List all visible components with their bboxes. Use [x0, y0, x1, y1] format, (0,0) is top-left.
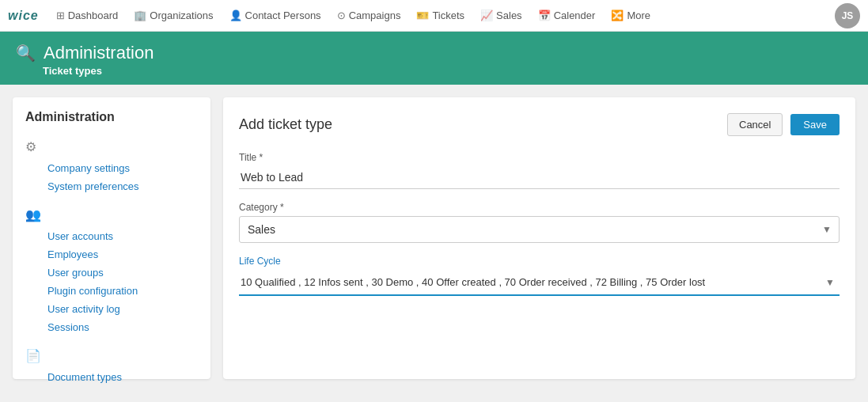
contact-persons-icon: 👤 [229, 9, 242, 21]
title-label: Title * [239, 152, 840, 163]
title-input[interactable] [239, 166, 840, 189]
sidebar-item-categories-and-tags[interactable]: Categories and tags [13, 386, 210, 392]
title-field-group: Title * [239, 152, 840, 189]
nav-calender[interactable]: 📅 Calender [532, 6, 602, 25]
sidebar-item-document-types[interactable]: Document types [13, 368, 210, 386]
nav-more-label: More [627, 9, 650, 21]
nav-organizations-label: Organizations [150, 9, 213, 21]
nav-campaigns[interactable]: ⊙ Campaigns [331, 6, 407, 25]
users-icon: 👥 [25, 207, 41, 222]
page-header: 🔍 Administration Ticket types [0, 32, 868, 85]
sidebar-item-user-accounts[interactable]: User accounts [13, 227, 210, 245]
lifecycle-field-group: Life Cycle 10 Qualified , 12 Infos sent … [239, 256, 840, 296]
sidebar-item-user-activity-log[interactable]: User activity log [13, 300, 210, 318]
sidebar-item-user-groups[interactable]: User groups [13, 264, 210, 282]
administration-icon: 🔍 [16, 44, 36, 63]
organizations-icon: 🏢 [134, 9, 146, 21]
calender-icon: 📅 [538, 9, 551, 21]
more-icon: 🔀 [611, 9, 624, 21]
settings-icon: ⚙ [25, 139, 40, 154]
dashboard-icon: ⊞ [56, 9, 65, 21]
category-select-wrapper: Sales Support Marketing Development ▼ [239, 216, 840, 243]
nav-tickets[interactable]: 🎫 Tickets [410, 6, 471, 25]
sidebar-item-company-settings[interactable]: Company settings [13, 159, 210, 177]
nav-organizations[interactable]: 🏢 Organizations [127, 6, 219, 25]
sidebar-item-plugin-configuration[interactable]: Plugin configuration [13, 282, 210, 300]
save-button[interactable]: Save [790, 114, 840, 135]
document-icon: 📄 [25, 348, 41, 363]
lifecycle-select-wrapper: 10 Qualified , 12 Infos sent , 30 Demo ,… [239, 270, 840, 296]
content-area: Add ticket type Cancel Save Title * Cate… [223, 97, 855, 379]
nav-dashboard-label: Dashboard [68, 9, 119, 21]
sales-icon: 📈 [480, 9, 493, 21]
nav-sales-label: Sales [496, 9, 522, 21]
content-header: Add ticket type Cancel Save [239, 113, 840, 136]
app-logo[interactable]: wice [8, 9, 39, 23]
sidebar: Administration ⚙ Company settings System… [13, 97, 210, 379]
nav-contact-persons[interactable]: 👤 Contact Persons [223, 6, 328, 25]
form-title: Add ticket type [239, 116, 332, 133]
campaigns-icon: ⊙ [337, 9, 346, 21]
sidebar-item-employees[interactable]: Employees [13, 245, 210, 264]
sidebar-section-settings: ⚙ Company settings System preferences [13, 134, 210, 195]
category-label: Category * [239, 202, 840, 213]
tickets-icon: 🎫 [416, 9, 429, 21]
nav-contact-persons-label: Contact Persons [245, 9, 321, 21]
sidebar-item-sessions[interactable]: Sessions [13, 318, 210, 336]
lifecycle-select[interactable]: 10 Qualified , 12 Infos sent , 30 Demo ,… [239, 270, 840, 294]
nav-tickets-label: Tickets [432, 9, 464, 21]
lifecycle-label: Life Cycle [239, 256, 840, 267]
top-navigation: wice ⊞ Dashboard 🏢 Organizations 👤 Conta… [0, 0, 868, 32]
main-layout: Administration ⚙ Company settings System… [0, 85, 868, 392]
nav-more[interactable]: 🔀 More [605, 6, 657, 25]
user-avatar[interactable]: JS [835, 3, 860, 28]
nav-sales[interactable]: 📈 Sales [474, 6, 529, 25]
nav-dashboard[interactable]: ⊞ Dashboard [50, 6, 125, 25]
form-actions: Cancel Save [727, 113, 840, 136]
cancel-button[interactable]: Cancel [727, 113, 783, 136]
nav-campaigns-label: Campaigns [349, 9, 401, 21]
page-title: Administration [44, 43, 154, 63]
category-select[interactable]: Sales Support Marketing Development [239, 216, 840, 243]
sidebar-item-system-preferences[interactable]: System preferences [13, 177, 210, 195]
sidebar-title: Administration [13, 110, 210, 134]
page-subtitle: Ticket types [43, 65, 852, 77]
sidebar-section-documents: 📄 Document types Categories and tags [13, 343, 210, 392]
nav-calender-label: Calender [554, 9, 596, 21]
category-field-group: Category * Sales Support Marketing Devel… [239, 202, 840, 243]
sidebar-section-users: 👥 User accounts Employees User groups Pl… [13, 202, 210, 336]
